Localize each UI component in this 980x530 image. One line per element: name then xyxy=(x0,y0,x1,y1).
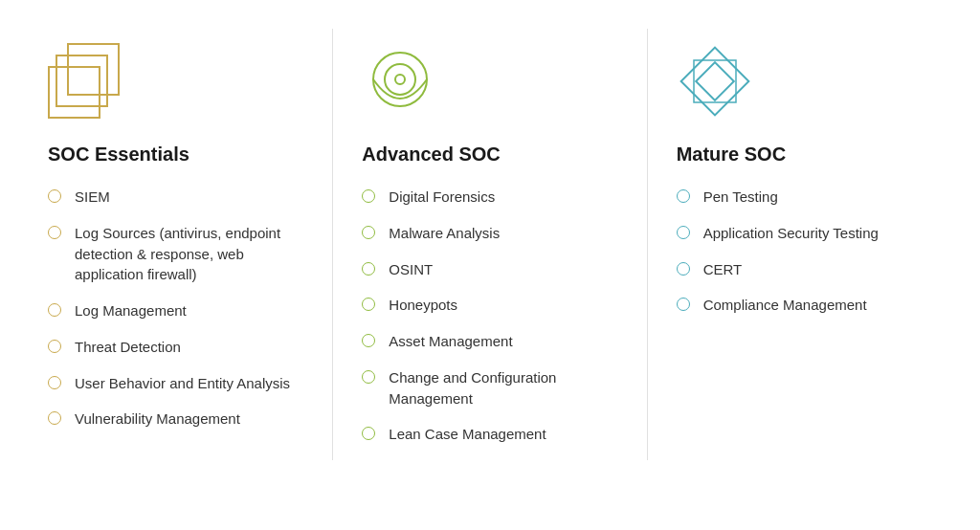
list-item-text: Honeypots xyxy=(389,295,457,316)
bullet-icon xyxy=(677,189,690,203)
list-item: Honeypots xyxy=(362,295,617,316)
column-mature-soc: Mature SOC Pen TestingApplication Securi… xyxy=(648,29,961,460)
list-item-text: CERT xyxy=(703,259,743,280)
column-advanced-soc: Advanced SOC Digital ForensicsMalware An… xyxy=(333,29,647,460)
list-item-text: Threat Detection xyxy=(75,337,181,358)
bullet-icon xyxy=(48,411,61,425)
bullet-icon xyxy=(48,340,61,353)
svg-rect-4 xyxy=(694,60,736,102)
list-item: Pen Testing xyxy=(677,187,932,208)
list-item: Digital Forensics xyxy=(362,187,617,208)
list-item-text: Compliance Management xyxy=(703,295,867,316)
list-item-text: Change and Configuration Management xyxy=(389,367,617,409)
bullet-icon xyxy=(48,189,61,203)
list-item: User Behavior and Entity Analysis xyxy=(48,373,303,394)
list-item: Lean Case Management xyxy=(362,424,617,445)
column-title-soc-essentials: SOC Essentials xyxy=(48,144,303,166)
list-item: Log Management xyxy=(48,300,303,321)
list-item-text: Asset Management xyxy=(389,331,512,352)
svg-rect-5 xyxy=(696,62,734,100)
bullet-icon xyxy=(677,226,690,239)
list-item-text: User Behavior and Entity Analysis xyxy=(75,373,290,394)
list-item: Threat Detection xyxy=(48,337,303,358)
list-item: Change and Configuration Management xyxy=(362,367,617,409)
list-item: Malware Analysis xyxy=(362,223,617,244)
list-item-text: Lean Case Management xyxy=(389,424,546,445)
svg-rect-3 xyxy=(680,48,748,116)
bullet-icon xyxy=(677,262,690,276)
bullet-icon xyxy=(362,226,375,239)
list-item: Application Security Testing xyxy=(677,223,932,244)
list-item: Log Sources (antivirus, endpoint detecti… xyxy=(48,223,303,285)
list-item: Vulnerability Management xyxy=(48,409,303,430)
column-title-advanced-soc: Advanced SOC xyxy=(362,144,617,166)
list-item: CERT xyxy=(677,259,932,280)
list-item-text: Log Sources (antivirus, endpoint detecti… xyxy=(75,223,303,285)
list-item-text: Application Security Testing xyxy=(703,223,879,244)
list-item-text: Malware Analysis xyxy=(389,223,500,244)
bullet-icon xyxy=(48,226,61,239)
list-item-text: Digital Forensics xyxy=(389,187,495,208)
diamond-square-icon xyxy=(677,43,753,120)
item-list-mature-soc: Pen TestingApplication Security TestingC… xyxy=(677,187,932,316)
item-list-advanced-soc: Digital ForensicsMalware AnalysisOSINTHo… xyxy=(362,187,617,445)
list-item: Compliance Management xyxy=(677,295,932,316)
bullet-icon xyxy=(362,334,375,347)
list-item-text: Log Management xyxy=(75,300,187,321)
bullet-icon xyxy=(362,298,375,311)
icon-area-mature-soc xyxy=(677,29,932,134)
item-list-soc-essentials: SIEMLog Sources (antivirus, endpoint det… xyxy=(48,187,303,430)
list-item-text: Pen Testing xyxy=(703,187,778,208)
list-item: Asset Management xyxy=(362,331,617,352)
icon-area-soc-essentials xyxy=(48,29,303,134)
bullet-icon xyxy=(362,370,375,384)
list-item-text: Vulnerability Management xyxy=(75,409,240,430)
icon-area-advanced-soc xyxy=(362,29,617,134)
bullet-icon xyxy=(362,262,375,276)
svg-point-2 xyxy=(395,75,405,84)
list-item-text: OSINT xyxy=(389,259,433,280)
bullet-icon xyxy=(677,298,690,311)
bullet-icon xyxy=(48,376,61,389)
column-title-mature-soc: Mature SOC xyxy=(677,144,932,166)
list-item-text: SIEM xyxy=(75,187,110,208)
column-soc-essentials: SOC Essentials SIEMLog Sources (antiviru… xyxy=(19,29,333,460)
circle-arc-icon xyxy=(362,43,438,120)
bullet-icon xyxy=(48,303,61,317)
list-item: OSINT xyxy=(362,259,617,280)
stacked-squares-icon xyxy=(48,43,124,120)
list-item: SIEM xyxy=(48,187,303,208)
svg-point-1 xyxy=(385,64,415,95)
bullet-icon xyxy=(362,427,375,440)
main-container: SOC Essentials SIEMLog Sources (antiviru… xyxy=(0,0,980,489)
bullet-icon xyxy=(362,189,375,203)
